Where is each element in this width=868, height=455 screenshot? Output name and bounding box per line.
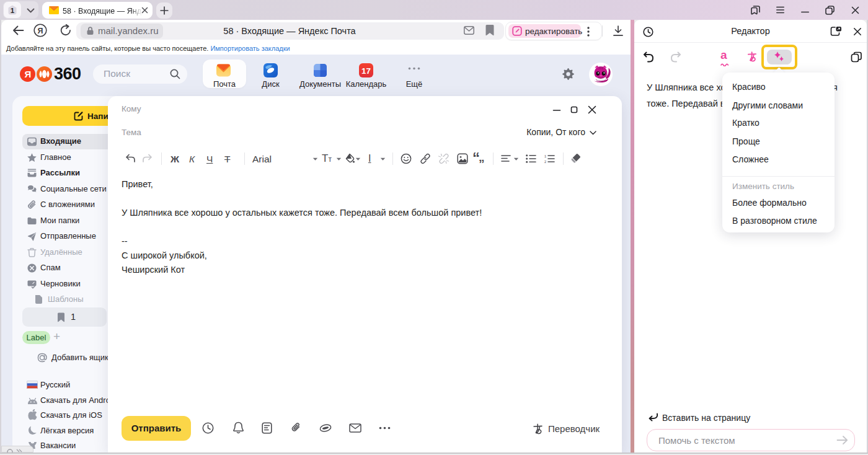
svg-text:17: 17 [361, 66, 371, 76]
svg-text:Я: Я [24, 69, 31, 79]
svg-text:2: 2 [544, 160, 546, 164]
svg-text:1: 1 [544, 154, 546, 158]
svg-text:Я: Я [38, 27, 43, 35]
svg-text:1: 1 [11, 7, 15, 14]
